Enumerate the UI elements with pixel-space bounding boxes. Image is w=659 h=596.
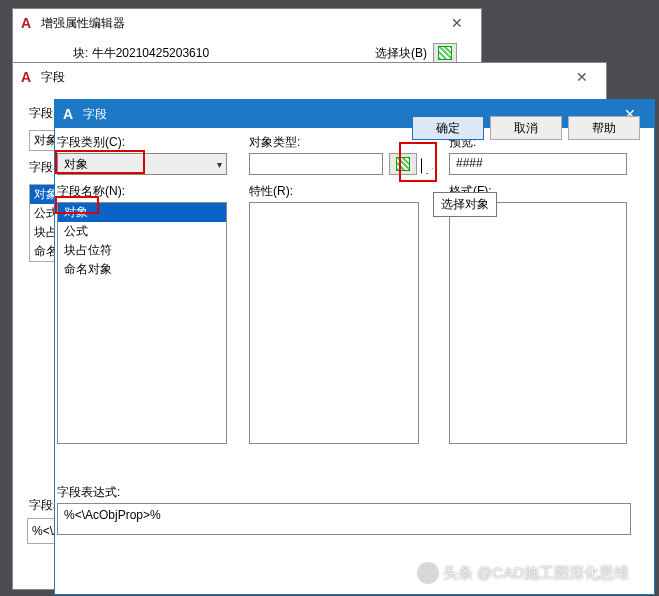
app-icon: A xyxy=(59,105,77,123)
titlebar[interactable]: A 增强属性编辑器 ✕ xyxy=(13,9,481,37)
block-label: 块: 牛牛20210425203610 xyxy=(73,45,209,62)
field-expression-label: 字段表达式: xyxy=(57,484,631,501)
select-block-button[interactable] xyxy=(433,43,457,63)
pick-icon xyxy=(396,157,410,171)
field-name-label: 字段名称(N): xyxy=(57,183,227,200)
close-icon[interactable]: ✕ xyxy=(437,10,477,36)
field-category-label: 字段类别(C): xyxy=(57,134,227,151)
cancel-button[interactable]: 取消 xyxy=(490,116,562,140)
titlebar[interactable]: A 字段 ✕ xyxy=(13,63,606,91)
combo-value: 对象 xyxy=(64,156,88,173)
ok-button[interactable]: 确定 xyxy=(412,116,484,140)
list-item[interactable]: 对象 xyxy=(58,203,226,222)
preview-field: #### xyxy=(449,153,627,175)
format-list[interactable] xyxy=(449,202,627,444)
watermark: 头条 @CAD施工图深化思维 xyxy=(417,562,629,584)
close-icon[interactable]: ✕ xyxy=(562,64,602,90)
help-button[interactable]: 帮助 xyxy=(568,116,640,140)
field-name-list[interactable]: 对象 公式 块占位符 命名对象 xyxy=(57,202,227,444)
properties-label: 特性(R): xyxy=(249,183,419,200)
pick-icon xyxy=(438,46,452,60)
select-object-button[interactable] xyxy=(389,153,417,175)
chevron-down-icon: ▾ xyxy=(217,159,222,170)
field-expression-box: %<\AcObjProp>% xyxy=(57,503,631,535)
avatar-icon xyxy=(417,562,439,584)
dialog-button-row: 确定 取消 帮助 xyxy=(412,116,640,140)
select-block-label: 选择块(B) xyxy=(375,45,427,62)
list-item[interactable]: 命名对象 xyxy=(58,260,226,279)
field-dialog: A 字段 ✕ 字段类别(C): 对象 ▾ 字段名称(N): 对象 公式 块占位符… xyxy=(54,99,655,595)
field-category-combo[interactable]: 对象 ▾ xyxy=(57,153,227,175)
object-type-label: 对象类型: xyxy=(249,134,419,151)
app-icon: A xyxy=(17,14,35,32)
watermark-text: 头条 @CAD施工图深化思维 xyxy=(443,564,629,583)
object-type-field xyxy=(249,153,383,175)
list-item[interactable]: 公式 xyxy=(58,222,226,241)
app-icon: A xyxy=(17,68,35,86)
window-title: 字段 xyxy=(41,69,562,86)
properties-list[interactable] xyxy=(249,202,419,444)
tooltip: 选择对象 xyxy=(433,192,497,217)
window-title: 增强属性编辑器 xyxy=(41,15,437,32)
list-item[interactable]: 块占位符 xyxy=(58,241,226,260)
